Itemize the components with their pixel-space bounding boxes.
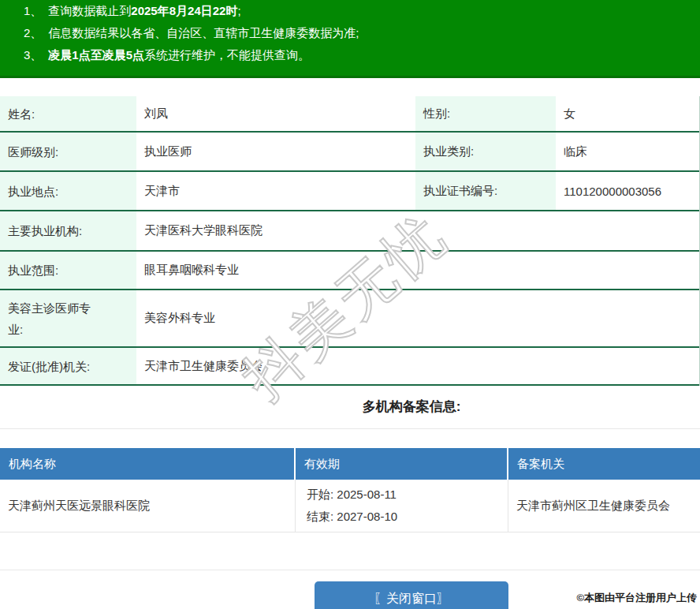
table-row: 执业地点: 天津市 执业证书编号: 110120000003056 [0,172,699,211]
gender-label: 性别: [415,96,556,131]
table-row: 姓名: 刘凤 性别: 女 [0,96,699,133]
notice-text: 信息数据结果以各省、自治区、直辖市卫生健康委数据为准; [48,26,359,39]
notice-line-2: 2、信息数据结果以各省、自治区、直辖市卫生健康委数据为准; [0,22,700,44]
doctor-level-value: 执业医师 [136,133,415,170]
notice-text-post: ; [237,4,240,17]
notice-line-1: 1、查询数据截止到2025年8月24日22时; [0,0,700,22]
table-row: 医师级别: 执业医师 执业类别: 临床 [0,133,699,172]
notice-number: 2、 [24,26,42,39]
validity-start: 开始: 2025-08-11 [307,484,508,506]
org-name-header: 机构名称 [0,448,296,480]
notice-text: 查询数据截止到 [48,4,131,17]
license-query-result-page: { "banner": { "bg_color": "#038803", "no… [0,0,700,609]
table-row: 发证(批准)机关: 天津市卫生健康委员会 [0,348,699,386]
certificate-number-value: 110120000003056 [556,172,699,210]
practice-category-value: 临床 [556,133,699,170]
name-label: 姓名: [0,96,136,131]
notice-number: 3、 [24,48,42,62]
registration-table: 机构名称 有效期 备案机关 天津蓟州天医远景眼科医院 开始: 2025-08-1… [0,448,700,532]
practice-category-label: 执业类别: [415,133,556,170]
notice-banner: 1、查询数据截止到2025年8月24日22时; 2、信息数据结果以各省、自治区、… [0,0,700,78]
validity-end: 结束: 2027-08-10 [307,506,508,528]
table-row: 执业范围: 眼耳鼻咽喉科专业 [0,252,699,290]
gender-value: 女 [556,96,699,131]
notice-line-3: 3、凌晨1点至凌晨5点系统进行维护，不能提供查询。 [0,44,700,66]
practice-scope-label: 执业范围: [0,252,136,289]
practice-scope-value: 眼耳鼻咽喉科专业 [136,252,699,289]
main-institution-value: 天津医科大学眼科医院 [136,211,699,250]
registration-table-header: 机构名称 有效期 备案机关 [0,448,700,480]
notice-text-bold: 凌晨1点至凌晨5点 [48,48,144,62]
table-row: 主要执业机构: 天津医科大学眼科医院 [0,211,699,252]
practice-location-value: 天津市 [136,172,415,210]
table-row: 美容主诊医师专业: 美容外科专业 [0,290,699,348]
issuing-authority-value: 天津市卫生健康委员会 [136,348,699,384]
section-title-row: 多机构备案信息: [0,386,700,429]
certificate-number-label: 执业证书编号: [415,172,556,210]
practice-location-label: 执业地点: [0,172,136,210]
name-value: 刘凤 [136,96,415,131]
upload-credit-watermark: ©本图由平台注册用户上传 [576,591,697,605]
notice-text-bold: 2025年8月24日22时 [131,4,237,17]
validity-header: 有效期 [296,448,508,480]
multi-institution-section-title: 多机构备案信息: [363,399,461,414]
doctor-level-label: 医师级别: [0,133,136,170]
table-row: 天津蓟州天医远景眼科医院 开始: 2025-08-11 结束: 2027-08-… [0,480,700,532]
practitioner-info-table: 姓名: 刘凤 性别: 女 医师级别: 执业医师 执业类别: 临床 执业地点: 天… [0,96,700,386]
org-name-value: 天津蓟州天医远景眼科医院 [0,480,296,532]
issuing-authority-label: 发证(批准)机关: [0,348,136,384]
validity-value: 开始: 2025-08-11 结束: 2027-08-10 [296,480,508,532]
main-institution-label: 主要执业机构: [0,211,136,250]
notice-text-post: 系统进行维护，不能提供查询。 [144,48,310,62]
notice-number: 1、 [24,4,42,17]
cosmetic-specialty-label: 美容主诊医师专业: [0,290,136,346]
close-window-button[interactable]: 〖关闭窗口〗 [315,581,508,609]
cosmetic-specialty-value: 美容外科专业 [136,290,699,346]
record-authority-header: 备案机关 [508,448,700,480]
record-authority-value: 天津市蓟州区卫生健康委员会 [508,480,700,532]
